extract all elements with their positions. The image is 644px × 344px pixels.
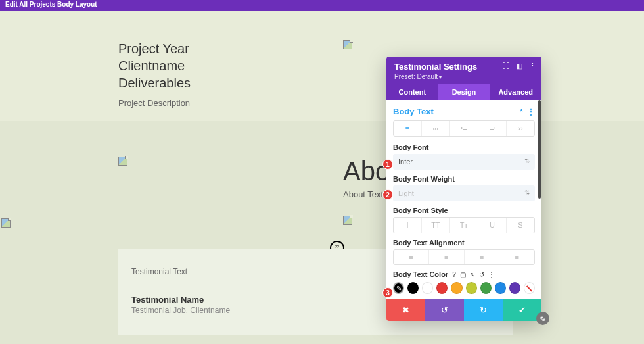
top-bar-title: Edit All Projects Body Layout <box>5 1 97 8</box>
swatch-yellow[interactable] <box>451 282 462 294</box>
style-strike[interactable]: S <box>507 218 534 233</box>
reset-icon[interactable]: ↺ <box>479 271 484 278</box>
body-font-select[interactable]: Inter <box>393 154 535 170</box>
project-deliverables: Deliverables <box>118 74 191 91</box>
swatch-none[interactable] <box>524 282 535 294</box>
panel-tabs: Content Design Advanced <box>386 84 541 100</box>
step-badge-1: 1 <box>382 159 393 170</box>
broken-image-icon <box>343 40 352 49</box>
align-right-icon[interactable]: ≡ <box>465 250 500 264</box>
section-menu-icon[interactable]: ⋮ <box>527 107 535 116</box>
project-info: Project Year Clientname Deliverables Pro… <box>118 40 191 108</box>
tab-content[interactable]: Content <box>386 84 438 100</box>
project-year: Project Year <box>118 40 191 57</box>
align-justify-icon[interactable]: ≡ <box>499 250 534 264</box>
step-badge-2: 2 <box>382 189 393 200</box>
menu-dots-icon[interactable]: ⋮ <box>529 62 536 70</box>
style-smallcaps[interactable]: Tᴛ <box>450 218 478 233</box>
align-center-icon[interactable]: ≡ <box>429 250 465 264</box>
swatch-black[interactable] <box>407 282 419 294</box>
snap-icon[interactable]: ◧ <box>516 62 522 70</box>
undo-button[interactable]: ↺ <box>425 299 464 321</box>
color-swatches: ✎ <box>393 282 535 294</box>
color-menu-icon[interactable]: ⋮ <box>488 271 495 278</box>
about-text: About Text <box>343 189 383 199</box>
broken-image-icon <box>118 157 127 166</box>
text-type-tabs: ≡ ∞ ≔ ≕ ›› <box>393 120 535 137</box>
align-left-icon[interactable]: ≡ <box>394 250 429 264</box>
section-body-text[interactable]: Body Text ˄⋮ <box>393 104 535 120</box>
panel-header[interactable]: Testimonial Settings Preset: Default ⛶ ◧… <box>386 57 541 84</box>
body-color-row: Body Text Color ? ▢ ↖ ↺ ⋮ <box>393 270 535 278</box>
swatch-green[interactable] <box>480 282 492 294</box>
body-style-label: Body Font Style <box>393 207 535 214</box>
body-color-label: Body Text Color <box>393 270 448 278</box>
swatch-purple[interactable] <box>509 282 520 294</box>
section-label: Body Text <box>393 107 434 116</box>
cancel-button[interactable]: ✖ <box>386 299 425 321</box>
body-weight-select[interactable]: Light <box>393 185 535 201</box>
scrollbar[interactable] <box>538 100 541 199</box>
swatch-lime[interactable] <box>466 282 477 294</box>
hover-icon[interactable]: ↖ <box>470 271 475 278</box>
eyedropper-icon[interactable]: ✎ <box>393 282 404 294</box>
body-font-label: Body Font <box>393 143 535 151</box>
body-weight-label: Body Font Weight <box>393 175 535 183</box>
swatch-red[interactable] <box>436 282 448 294</box>
project-description: Project Description <box>118 98 191 108</box>
broken-image-icon <box>1 218 11 228</box>
body-align-buttons: ≡ ≡ ≡ ≡ <box>393 249 535 265</box>
step-badge-3: 3 <box>382 287 393 298</box>
text-type-quote[interactable]: ›› <box>507 121 534 136</box>
swatch-white[interactable] <box>422 282 433 294</box>
action-bar: ✖ ↺ ↻ ✔ <box>386 299 541 321</box>
tab-advanced[interactable]: Advanced <box>490 84 541 100</box>
text-type-ul[interactable]: ≔ <box>450 121 478 136</box>
top-bar: Edit All Projects Body Layout <box>0 0 644 11</box>
settings-panel: Testimonial Settings Preset: Default ⛶ ◧… <box>386 57 541 321</box>
help-icon[interactable]: ? <box>452 271 456 278</box>
text-type-ol[interactable]: ≕ <box>478 121 507 136</box>
swatch-blue[interactable] <box>495 282 506 294</box>
body-style-buttons: I TT Tᴛ U S <box>393 217 535 233</box>
panel-body: Body Text ˄⋮ ≡ ∞ ≔ ≕ ›› Body Font Inter … <box>386 100 541 299</box>
collapse-icon[interactable]: ˄ <box>520 109 523 116</box>
tablet-icon[interactable]: ▢ <box>460 271 466 278</box>
tab-design[interactable]: Design <box>438 84 490 100</box>
page-content: Project Year Clientname Deliverables Pro… <box>0 11 644 344</box>
expand-icon[interactable]: ⛶ <box>502 62 509 70</box>
style-underline[interactable]: U <box>478 218 507 233</box>
style-uppercase[interactable]: TT <box>422 218 450 233</box>
body-align-label: Body Text Alignment <box>393 239 535 247</box>
project-client: Clientname <box>118 57 191 74</box>
broken-image-icon <box>343 216 352 225</box>
text-type-a[interactable]: ∞ <box>422 121 450 136</box>
text-type-p[interactable]: ≡ <box>394 121 422 136</box>
redo-button[interactable]: ↻ <box>464 299 503 321</box>
preset-dropdown[interactable]: Preset: Default <box>394 73 534 80</box>
style-italic[interactable]: I <box>394 218 422 233</box>
